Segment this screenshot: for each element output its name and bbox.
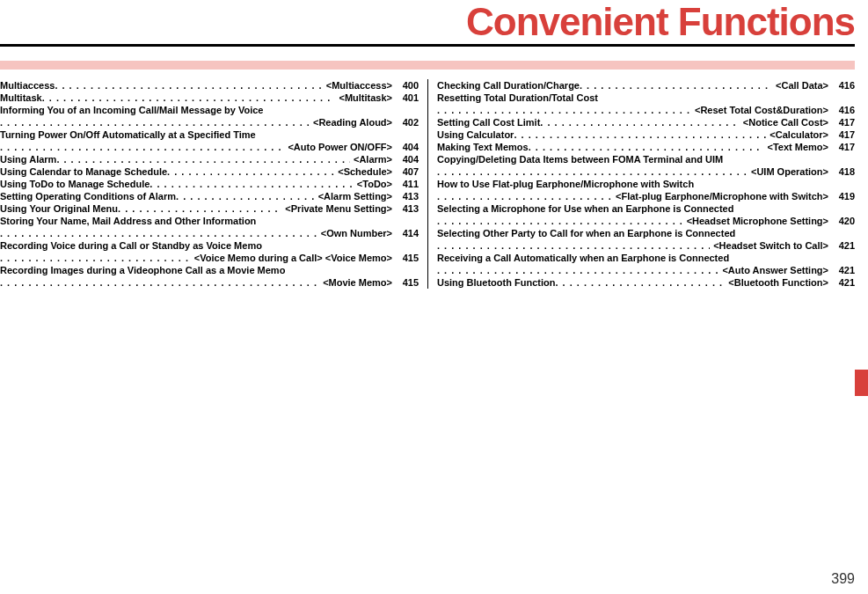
leader-dots <box>167 165 334 178</box>
toc-row: Using ToDo to Manage Schedule<ToDo>411 <box>0 178 419 190</box>
toc-tag: <Calculator> <box>766 128 828 141</box>
toc-page: 414 <box>392 227 419 239</box>
toc-page: 413 <box>392 190 419 202</box>
page-number: 399 <box>831 571 855 587</box>
toc-content: Multiaccess<Multiaccess>400Multitask<Mul… <box>0 79 855 289</box>
leader-dots <box>437 165 748 178</box>
toc-page: 413 <box>392 202 419 215</box>
toc-label: Multiaccess <box>0 79 55 92</box>
toc-page: 415 <box>392 252 419 264</box>
leader-dots <box>0 141 284 153</box>
toc-label: Multitask <box>0 92 42 104</box>
toc-row: <Flat-plug Earphone/Microphone with Swit… <box>437 190 855 202</box>
toc-label: How to Use Flat-plug Earphone/Microphone… <box>437 178 855 190</box>
toc-row: Using Alarm<Alarm>404 <box>0 153 419 165</box>
toc-page: 415 <box>392 276 419 289</box>
toc-tag: <Flat-plug Earphone/Microphone with Swit… <box>612 190 828 202</box>
toc-label: Selecting Other Party to Call for when a… <box>437 227 855 239</box>
toc-row: Setting Operating Conditions of Alarm<Al… <box>0 190 419 202</box>
leader-dots <box>55 79 322 92</box>
toc-tag: <Reset Total Cost&Duration> <box>691 104 828 116</box>
toc-row: <Reset Total Cost&Duration>416 <box>437 104 855 116</box>
toc-page: 404 <box>392 153 419 165</box>
toc-label: Turning Power On/Off Automatically at a … <box>0 128 419 141</box>
toc-page: 419 <box>828 190 855 202</box>
toc-tag: <Multitask> <box>335 92 392 104</box>
toc-tag: <Bluetooth Function> <box>725 276 828 289</box>
toc-row: <Auto Answer Setting>421 <box>437 264 855 276</box>
toc-label: Recording Voice during a Call or Standby… <box>0 239 419 252</box>
toc-row: <Reading Aloud>402 <box>0 116 419 128</box>
toc-label: Setting Call Cost Limit <box>437 116 540 128</box>
toc-row: <Own Number>414 <box>0 227 419 239</box>
leader-dots <box>540 116 739 128</box>
leader-dots <box>437 104 691 116</box>
leader-dots <box>150 178 354 190</box>
leader-dots <box>555 276 725 289</box>
toc-row: <UIM Operation>418 <box>437 165 855 178</box>
toc-row: Using Calendar to Manage Schedule<Schedu… <box>0 165 419 178</box>
toc-col-left: Multiaccess<Multiaccess>400Multitask<Mul… <box>0 79 427 289</box>
toc-label: Using Alarm <box>0 153 56 165</box>
toc-page: 417 <box>828 141 855 153</box>
toc-tag: <Text Memo> <box>764 141 829 153</box>
toc-label: Selecting a Microphone for Use when an E… <box>437 202 855 215</box>
leader-dots <box>437 239 710 252</box>
toc-tag: <Notice Call Cost> <box>740 116 828 128</box>
toc-row: Using Your Original Menu<Private Menu Se… <box>0 202 419 215</box>
toc-col-right: Checking Call Duration/Charge<Call Data>… <box>427 79 855 289</box>
toc-row: <Headset Microphone Setting>420 <box>437 215 855 227</box>
toc-tag: <Private Menu Setting> <box>281 202 392 215</box>
toc-page: 401 <box>392 92 419 104</box>
toc-page: 402 <box>392 116 419 128</box>
toc-tag: <Alarm> <box>350 153 392 165</box>
toc-row: <Voice Memo during a Call> <Voice Memo>4… <box>0 252 419 264</box>
toc-label: Setting Operating Conditions of Alarm <box>0 190 176 202</box>
toc-row: <Headset Switch to Call>421 <box>437 239 855 252</box>
toc-page: 416 <box>828 104 855 116</box>
toc-label: Making Text Memos <box>437 141 529 153</box>
toc-page: 417 <box>828 116 855 128</box>
toc-tag: <Alarm Setting> <box>315 190 392 202</box>
toc-row: Using Calculator<Calculator>417 <box>437 128 855 141</box>
leader-dots <box>0 252 191 264</box>
toc-row: Using Bluetooth Function<Bluetooth Funct… <box>437 276 855 289</box>
toc-label: Using Calendar to Manage Schedule <box>0 165 167 178</box>
toc-label: Recording Images during a Videophone Cal… <box>0 264 419 276</box>
toc-label: Checking Call Duration/Charge <box>437 79 580 92</box>
leader-dots <box>437 215 683 227</box>
toc-page: 416 <box>828 79 855 92</box>
toc-label: Using Bluetooth Function <box>437 276 555 289</box>
toc-page: 400 <box>392 79 419 92</box>
toc-tag: <Auto Power ON/OFF> <box>284 141 392 153</box>
toc-row: <Movie Memo>415 <box>0 276 419 289</box>
toc-label: Informing You of an Incoming Call/Mail M… <box>0 104 419 116</box>
toc-page: 420 <box>828 215 855 227</box>
leader-dots <box>529 141 764 153</box>
toc-page: 421 <box>828 239 855 252</box>
toc-tag: <ToDo> <box>354 178 392 190</box>
toc-label: Resetting Total Duration/Total Cost <box>437 92 855 104</box>
toc-tag: <Call Data> <box>772 79 828 92</box>
toc-row: Setting Call Cost Limit<Notice Call Cost… <box>437 116 855 128</box>
leader-dots <box>580 79 772 92</box>
toc-row: Multiaccess<Multiaccess>400 <box>0 79 419 92</box>
leader-dots <box>514 128 766 141</box>
toc-label: Using ToDo to Manage Schedule <box>0 178 150 190</box>
toc-label: Using Your Original Menu <box>0 202 118 215</box>
leader-dots <box>0 116 310 128</box>
toc-row: Multitask<Multitask>401 <box>0 92 419 104</box>
leader-dots <box>118 202 281 215</box>
toc-row: Checking Call Duration/Charge<Call Data>… <box>437 79 855 92</box>
toc-label: Using Calculator <box>437 128 514 141</box>
toc-page: 404 <box>392 141 419 153</box>
toc-tag: <Schedule> <box>334 165 392 178</box>
toc-page: 418 <box>828 165 855 178</box>
toc-page: 411 <box>392 178 419 190</box>
leader-dots <box>42 92 336 104</box>
accent-band <box>0 61 855 70</box>
toc-tag: <Multiaccess> <box>323 79 392 92</box>
toc-tag: <Auto Answer Setting> <box>718 264 828 276</box>
toc-page: 421 <box>828 276 855 289</box>
toc-row: <Auto Power ON/OFF>404 <box>0 141 419 153</box>
